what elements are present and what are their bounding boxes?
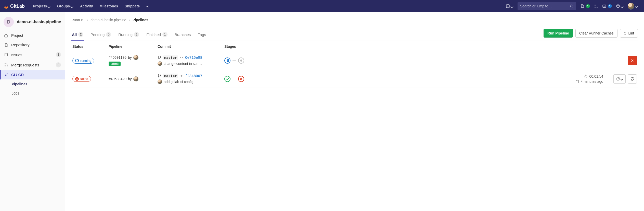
tab-branches[interactable]: Branches	[174, 28, 191, 41]
sidebar-item-repository[interactable]: Repository	[0, 40, 65, 50]
brand-label: GitLab	[10, 4, 25, 9]
sidebar-item-issues[interactable]: Issues 1	[0, 50, 65, 60]
nav-milestones-label: Milestones	[100, 4, 118, 8]
commit-icon	[179, 55, 184, 60]
issues-count-badge: 1	[586, 4, 590, 8]
svg-rect-3	[581, 5, 583, 8]
brand[interactable]: GitLab	[4, 4, 25, 9]
crumb-project[interactable]: demo-ci-basic-pipeline	[91, 18, 126, 22]
branch-name[interactable]: master	[163, 55, 178, 60]
svg-point-10	[618, 7, 618, 7]
svg-point-20	[158, 76, 159, 77]
sidebar-item-label: Repository	[11, 43, 30, 47]
tab-finished[interactable]: Finished 1	[146, 28, 168, 41]
branch-name[interactable]: master	[163, 74, 178, 78]
status-badge[interactable]: running	[72, 58, 94, 64]
avatar[interactable]	[158, 61, 162, 66]
svg-point-17	[160, 56, 161, 57]
stage-passed-icon[interactable]	[224, 76, 230, 82]
commit-sha[interactable]: f2848007	[185, 74, 202, 78]
tab-tags[interactable]: Tags	[197, 28, 207, 41]
pipeline-id[interactable]: #40691195	[109, 55, 126, 60]
plus-square-icon	[506, 4, 510, 8]
nav-todos[interactable]: 1	[600, 3, 614, 10]
merge-request-icon	[4, 63, 8, 67]
search-input[interactable]	[520, 4, 570, 8]
nav-snippets[interactable]: Snippets	[122, 3, 143, 10]
pipeline-stages	[224, 57, 544, 64]
tab-label: Running	[118, 32, 133, 37]
nav-milestones[interactable]: Milestones	[97, 3, 121, 10]
run-pipeline-button[interactable]: Run Pipeline	[544, 29, 573, 38]
nav-create[interactable]	[504, 3, 516, 10]
nav-issues-shortcut[interactable]: 1	[578, 3, 592, 10]
pipeline-row: failed #40689420 by master	[71, 70, 638, 88]
clear-caches-button[interactable]: Clear Runner Caches	[575, 29, 617, 38]
finished-ago: 4 minutes ago	[581, 79, 603, 84]
svg-point-6	[595, 7, 596, 8]
sidebar-item-project[interactable]: Project	[0, 31, 65, 40]
status-running-icon	[75, 59, 79, 62]
status-badge[interactable]: failed	[72, 76, 91, 82]
chevron-down-icon	[635, 5, 638, 7]
nav-help[interactable]	[614, 3, 626, 10]
project-header[interactable]: D demo-ci-basic-pipeline	[0, 15, 65, 31]
top-navbar: GitLab Projects Groups Activity Mileston…	[0, 0, 644, 12]
gauge-icon	[145, 4, 149, 8]
nav-user-menu[interactable]	[626, 1, 640, 11]
tab-running[interactable]: Running 1	[118, 28, 140, 41]
nav-projects[interactable]: Projects	[30, 3, 54, 10]
sidebar-item-label: CI / CD	[11, 73, 24, 77]
manual-actions-button[interactable]	[613, 74, 626, 84]
svg-point-14	[7, 66, 8, 66]
sidebar-item-cicd[interactable]: CI / CD	[0, 70, 65, 79]
commit-message[interactable]: change content in scri…	[164, 62, 202, 66]
issues-icon	[580, 4, 584, 8]
table-header: Status Pipeline Commit Stages	[71, 41, 638, 51]
issues-count: 1	[56, 52, 61, 57]
sidebar-item-pipelines[interactable]: Pipelines	[0, 79, 65, 89]
commit-sha[interactable]: 0e715e98	[185, 55, 202, 60]
svg-point-13	[5, 66, 6, 66]
chevron-down-icon	[511, 5, 513, 7]
chevron-down-icon	[621, 78, 623, 80]
tab-label: Finished	[146, 32, 161, 37]
stage-running-icon[interactable]	[224, 57, 230, 64]
pipeline-tabs: All 2 Pending 0 Running 1 Finished 1 Bra…	[71, 28, 638, 41]
repeat-icon	[630, 77, 634, 81]
svg-point-12	[5, 64, 6, 64]
sidebar-item-merge-requests[interactable]: Merge Requests 0	[0, 60, 65, 70]
avatar[interactable]	[133, 55, 138, 60]
sidebar-item-label: Project	[11, 33, 23, 38]
tab-label: All	[72, 32, 77, 37]
global-search[interactable]	[518, 2, 576, 10]
sidebar-item-jobs[interactable]: Jobs	[0, 89, 65, 98]
svg-point-5	[595, 5, 596, 6]
branch-icon	[158, 55, 162, 60]
ci-lint-button[interactable]: CI Lint	[620, 29, 638, 38]
nav-activity[interactable]: Activity	[77, 3, 96, 10]
avatar	[628, 3, 634, 9]
avatar[interactable]	[133, 76, 138, 81]
mr-count: 0	[56, 62, 61, 67]
pipeline-id[interactable]: #40689420	[109, 77, 126, 81]
stage-failed-icon[interactable]	[238, 76, 244, 82]
tab-all[interactable]: All 2	[71, 28, 84, 41]
avatar[interactable]	[158, 79, 162, 84]
nav-groups[interactable]: Groups	[54, 3, 76, 10]
crumb-user[interactable]: Ruan B.	[71, 18, 84, 22]
pipeline-row: running #40691195 by latest master	[71, 51, 638, 70]
by-label: by	[128, 77, 132, 81]
stage-connector	[233, 79, 236, 79]
cancel-pipeline-button[interactable]	[628, 56, 637, 65]
retry-pipeline-button[interactable]	[628, 74, 637, 84]
stage-created-icon[interactable]	[238, 57, 244, 64]
tab-pending[interactable]: Pending 0	[90, 28, 112, 41]
commit-message[interactable]: add gitlab-ci config	[164, 80, 194, 84]
nav-merge-requests-shortcut[interactable]	[592, 3, 600, 10]
nav-performance[interactable]	[143, 3, 151, 10]
pipeline-stages	[224, 76, 544, 82]
sidebar-item-label: Pipelines	[12, 82, 27, 86]
duration: 00:01:54	[589, 74, 603, 78]
gitlab-logo-icon	[4, 4, 8, 8]
